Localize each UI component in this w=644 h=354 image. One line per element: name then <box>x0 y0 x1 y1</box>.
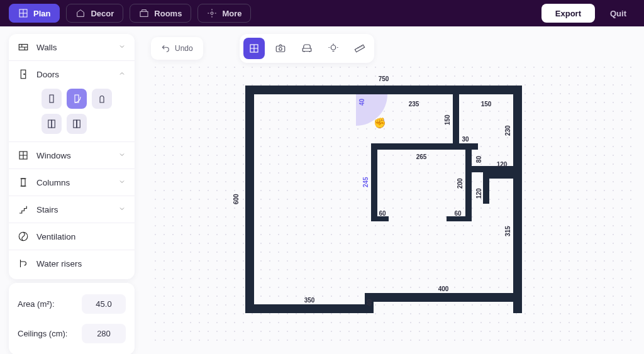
door-type-double[interactable] <box>42 114 62 134</box>
quit-button[interactable]: Quit <box>601 4 635 23</box>
door-type-single-swing[interactable] <box>67 89 87 109</box>
area-row: Area (m²): 45.0 <box>18 289 126 319</box>
svg-rect-19 <box>355 45 364 52</box>
chevron-down-icon <box>118 151 126 160</box>
ceilings-row: Ceilings (cm): 280 <box>18 319 126 348</box>
nav-rooms-label: Rooms <box>154 9 182 18</box>
doors-icon <box>18 69 29 80</box>
svg-rect-6 <box>50 95 53 102</box>
nav-more-button[interactable]: More <box>197 4 251 23</box>
chevron-down-icon <box>118 43 126 52</box>
walls-icon <box>18 41 29 53</box>
toolstrip: Undo <box>151 34 374 63</box>
dim-l: 120 <box>475 179 482 209</box>
area-label: Area (m²): <box>18 299 75 309</box>
dim-q: 400 <box>374 285 513 292</box>
dim-outer-width: 750 <box>245 75 522 82</box>
tool-group <box>240 34 374 63</box>
decor-icon <box>75 8 86 18</box>
sidebar-item-stairs[interactable]: Stairs <box>9 196 135 223</box>
svg-rect-13 <box>21 179 25 186</box>
nav-more-label: More <box>222 9 242 18</box>
chevron-down-icon <box>118 205 126 214</box>
area-value[interactable]: 45.0 <box>82 294 126 314</box>
tool-lighting[interactable] <box>323 38 344 59</box>
dim-g: 80 <box>475 150 482 169</box>
svg-rect-9 <box>52 120 55 128</box>
sidebar-item-columns[interactable]: Columns <box>9 169 135 196</box>
sidebar-item-label: Doors <box>36 70 59 79</box>
nav-plan-button[interactable]: Plan <box>9 4 60 23</box>
ceilings-label: Ceilings (cm): <box>18 329 75 338</box>
readouts-panel: Area (m²): 45.0 Ceilings (cm): 280 <box>9 283 135 354</box>
plan-icon <box>18 8 28 18</box>
nav-decor-label: Decor <box>91 9 114 18</box>
nav-decor-button[interactable]: Decor <box>66 4 123 23</box>
rooms-icon <box>139 8 149 18</box>
sidebar-item-label: Windows <box>36 151 71 160</box>
grab-cursor-icon: ✊ <box>374 117 386 129</box>
dim-h: 120 <box>489 161 514 168</box>
dim-b: 235 <box>376 101 452 108</box>
water-risers-icon <box>18 258 29 269</box>
door-type-arched[interactable] <box>92 89 112 109</box>
ceilings-value[interactable]: 280 <box>82 324 126 343</box>
svg-rect-11 <box>77 120 80 128</box>
tool-measure[interactable] <box>349 38 370 59</box>
svg-rect-8 <box>48 120 52 128</box>
sidebar-item-doors[interactable]: Doors <box>9 61 135 87</box>
topbar: Plan Decor Rooms More Export Quit <box>0 0 644 26</box>
windows-icon <box>18 150 29 161</box>
undo-button[interactable]: Undo <box>151 37 203 60</box>
chevron-down-icon <box>118 178 126 187</box>
sidebar-item-label: Walls <box>36 43 57 52</box>
dim-k: 200 <box>457 152 464 215</box>
dim-n: 60 <box>450 210 465 217</box>
tool-plan-edit[interactable] <box>243 38 265 59</box>
nav-plan-label: Plan <box>33 9 50 18</box>
sidebar-item-label: Ventilation <box>36 232 75 241</box>
dim-m: 60 <box>375 210 390 217</box>
export-button[interactable]: Export <box>541 4 595 23</box>
floor-plan-canvas[interactable]: ✊ 750 600 40 235 150 150 230 30 80 120 2… <box>151 63 635 345</box>
undo-label: Undo <box>175 44 193 53</box>
dim-j: 245 <box>362 148 369 216</box>
sidebar: Walls Doors Windows Columns <box>9 34 135 279</box>
svg-rect-1 <box>140 11 148 16</box>
dim-r: 315 <box>504 179 511 284</box>
svg-point-18 <box>331 45 336 50</box>
tool-camera[interactable] <box>270 38 291 59</box>
sidebar-item-label: Water risers <box>36 259 82 268</box>
nav-rooms-button[interactable]: Rooms <box>130 4 191 23</box>
quit-label: Quit <box>610 9 626 18</box>
sidebar-item-label: Columns <box>36 178 70 187</box>
undo-icon <box>161 44 170 53</box>
dim-f: 30 <box>459 136 472 143</box>
chevron-up-icon <box>118 70 126 79</box>
more-icon <box>207 8 217 18</box>
svg-point-5 <box>24 74 25 75</box>
tool-furniture[interactable] <box>296 38 318 59</box>
svg-point-17 <box>279 48 282 51</box>
doors-palette <box>9 87 135 141</box>
sidebar-item-label: Stairs <box>36 205 58 214</box>
door-type-single[interactable] <box>42 89 62 109</box>
sidebar-item-ventilation[interactable]: Ventilation <box>9 223 135 250</box>
sidebar-item-water-risers[interactable]: Water risers <box>9 250 135 277</box>
columns-icon <box>18 177 29 188</box>
dim-outer-height: 600 <box>233 86 240 313</box>
dim-o: 350 <box>254 297 365 304</box>
dim-p: 40 <box>366 297 373 308</box>
export-label: Export <box>555 9 581 18</box>
dim-i: 265 <box>377 153 465 160</box>
svg-rect-10 <box>74 120 77 128</box>
sidebar-item-windows[interactable]: Windows <box>9 142 135 169</box>
dim-a: 40 <box>358 96 365 108</box>
stairs-icon <box>18 204 29 215</box>
svg-point-2 <box>211 12 213 14</box>
sidebar-item-walls[interactable]: Walls <box>9 34 135 60</box>
svg-rect-16 <box>276 46 285 52</box>
dim-d: 150 <box>444 97 451 143</box>
door-type-folding[interactable] <box>67 114 87 134</box>
ventilation-icon <box>18 231 29 242</box>
